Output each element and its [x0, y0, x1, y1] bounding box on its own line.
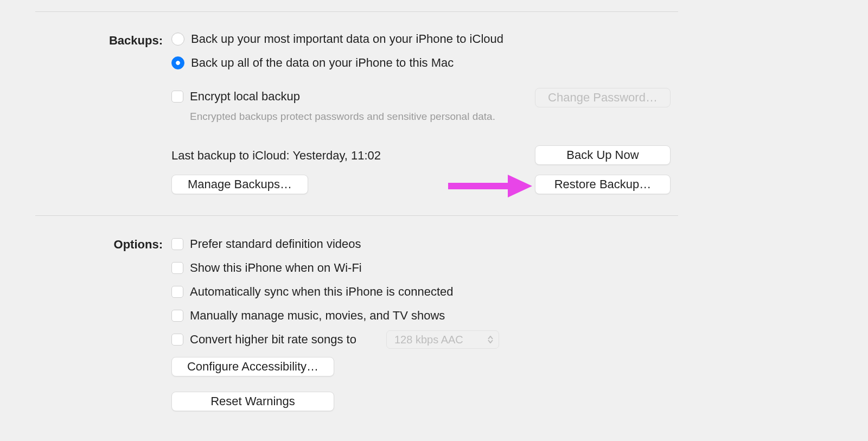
- configure-accessibility-button[interactable]: Configure Accessibility…: [171, 357, 334, 376]
- backup-target-icloud-label: Back up your most important data on your…: [191, 33, 503, 46]
- section-divider: [35, 11, 678, 12]
- auto-sync-row: Automatically sync when this iPhone is c…: [171, 285, 453, 298]
- encrypt-helper-text: Encrypted backups protect passwords and …: [190, 111, 495, 123]
- options-section-label: Options:: [0, 238, 163, 252]
- encrypt-backup-checkbox[interactable]: [171, 91, 183, 103]
- backup-target-icloud-radio[interactable]: [171, 33, 184, 46]
- section-divider: [35, 215, 678, 216]
- updown-chevron-icon: [488, 336, 493, 343]
- backup-target-icloud-row: Back up your most important data on your…: [171, 33, 503, 46]
- restore-backup-button[interactable]: Restore Backup…: [535, 175, 671, 194]
- show-wifi-checkbox[interactable]: [171, 262, 183, 274]
- backups-section-label: Backups:: [0, 34, 163, 48]
- manual-manage-row: Manually manage music, movies, and TV sh…: [171, 309, 445, 322]
- manual-manage-checkbox[interactable]: [171, 310, 183, 322]
- backup-target-mac-row: Back up all of the data on your iPhone t…: [171, 56, 454, 69]
- reset-warnings-button[interactable]: Reset Warnings: [171, 392, 334, 411]
- manage-backups-button[interactable]: Manage Backups…: [171, 175, 308, 194]
- prefer-sd-checkbox[interactable]: [171, 238, 183, 250]
- auto-sync-label: Automatically sync when this iPhone is c…: [190, 285, 453, 298]
- backup-now-button[interactable]: Back Up Now: [535, 145, 671, 165]
- svg-marker-1: [508, 175, 532, 197]
- backup-target-mac-radio[interactable]: [171, 56, 184, 69]
- manual-manage-label: Manually manage music, movies, and TV sh…: [190, 309, 445, 322]
- last-backup-text: Last backup to iCloud: Yesterday, 11:02: [171, 149, 381, 163]
- annotation-arrow-icon: [448, 175, 532, 197]
- bitrate-select-value: 128 kbps AAC: [394, 334, 463, 346]
- convert-bitrate-label: Convert higher bit rate songs to: [190, 333, 356, 346]
- encrypt-backup-label: Encrypt local backup: [190, 90, 300, 103]
- convert-bitrate-row: Convert higher bit rate songs to: [171, 333, 356, 346]
- convert-bitrate-checkbox[interactable]: [171, 334, 183, 346]
- backup-target-mac-label: Back up all of the data on your iPhone t…: [191, 56, 454, 69]
- show-wifi-row: Show this iPhone when on Wi-Fi: [171, 261, 362, 274]
- prefer-sd-row: Prefer standard definition videos: [171, 238, 361, 251]
- show-wifi-label: Show this iPhone when on Wi-Fi: [190, 261, 362, 274]
- change-password-button: Change Password…: [535, 88, 671, 107]
- bitrate-select: 128 kbps AAC: [386, 330, 499, 349]
- prefer-sd-label: Prefer standard definition videos: [190, 238, 361, 251]
- device-settings-pane: Backups: Back up your most important dat…: [0, 0, 868, 441]
- auto-sync-checkbox[interactable]: [171, 286, 183, 298]
- encrypt-backup-row: Encrypt local backup: [171, 90, 300, 103]
